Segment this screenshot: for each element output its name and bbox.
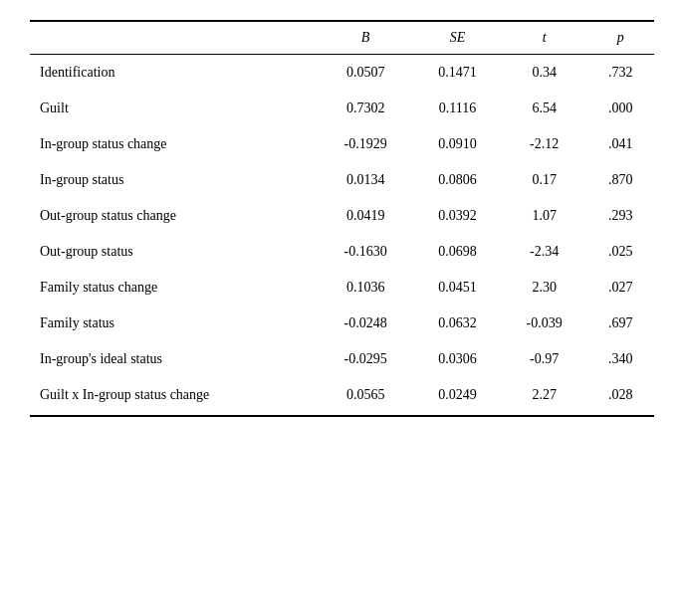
row-se: 0.0306 bbox=[413, 341, 502, 377]
row-p: .028 bbox=[586, 377, 654, 416]
row-label: Guilt x In-group status change bbox=[30, 377, 318, 416]
row-se: 0.0392 bbox=[413, 198, 502, 234]
row-p: .870 bbox=[586, 162, 654, 198]
row-label: In-group status bbox=[30, 162, 318, 198]
table-row: Family status change0.10360.04512.30.027 bbox=[30, 270, 654, 306]
row-se: 0.0249 bbox=[413, 377, 502, 416]
header-SE: SE bbox=[413, 21, 502, 55]
row-t: -0.039 bbox=[502, 306, 586, 341]
table-row: Out-group status-0.16300.0698-2.34.025 bbox=[30, 234, 654, 270]
row-se: 0.0910 bbox=[413, 126, 502, 162]
row-t: -2.34 bbox=[502, 234, 586, 270]
table-row: In-group status0.01340.08060.17.870 bbox=[30, 162, 654, 198]
row-t: 0.34 bbox=[502, 55, 586, 92]
row-label: Identification bbox=[30, 55, 318, 92]
row-p: .041 bbox=[586, 126, 654, 162]
table-row: Identification0.05070.14710.34.732 bbox=[30, 55, 654, 92]
table-row: In-group status change-0.19290.0910-2.12… bbox=[30, 126, 654, 162]
header-B: B bbox=[318, 21, 413, 55]
table-row: Family status-0.02480.0632-0.039.697 bbox=[30, 306, 654, 341]
row-b: 0.0419 bbox=[318, 198, 413, 234]
table-header-row: B SE t p bbox=[30, 21, 654, 55]
row-t: -2.12 bbox=[502, 126, 586, 162]
row-p: .000 bbox=[586, 91, 654, 126]
row-p: .025 bbox=[586, 234, 654, 270]
row-t: 2.27 bbox=[502, 377, 586, 416]
table-row: In-group's ideal status-0.02950.0306-0.9… bbox=[30, 341, 654, 377]
statistics-table: B SE t p Identification0.05070.14710.34.… bbox=[30, 20, 654, 417]
table-row: Guilt x In-group status change0.05650.02… bbox=[30, 377, 654, 416]
row-b: -0.0295 bbox=[318, 341, 413, 377]
row-label: Guilt bbox=[30, 91, 318, 126]
header-t: t bbox=[502, 21, 586, 55]
row-label: In-group status change bbox=[30, 126, 318, 162]
row-b: 0.0565 bbox=[318, 377, 413, 416]
row-p: .697 bbox=[586, 306, 654, 341]
row-t: 0.17 bbox=[502, 162, 586, 198]
row-b: 0.0134 bbox=[318, 162, 413, 198]
row-t: 1.07 bbox=[502, 198, 586, 234]
row-se: 0.1471 bbox=[413, 55, 502, 92]
row-b: -0.0248 bbox=[318, 306, 413, 341]
row-label: In-group's ideal status bbox=[30, 341, 318, 377]
row-label: Family status change bbox=[30, 270, 318, 306]
row-p: .732 bbox=[586, 55, 654, 92]
row-t: 2.30 bbox=[502, 270, 586, 306]
row-se: 0.1116 bbox=[413, 91, 502, 126]
row-se: 0.0451 bbox=[413, 270, 502, 306]
row-t: 6.54 bbox=[502, 91, 586, 126]
header-label-col bbox=[30, 21, 318, 55]
table-row: Out-group status change0.04190.03921.07.… bbox=[30, 198, 654, 234]
statistics-table-container: B SE t p Identification0.05070.14710.34.… bbox=[30, 20, 654, 417]
row-b: 0.1036 bbox=[318, 270, 413, 306]
row-p: .293 bbox=[586, 198, 654, 234]
row-b: 0.7302 bbox=[318, 91, 413, 126]
row-se: 0.0632 bbox=[413, 306, 502, 341]
row-b: 0.0507 bbox=[318, 55, 413, 92]
header-p: p bbox=[586, 21, 654, 55]
table-row: Guilt0.73020.11166.54.000 bbox=[30, 91, 654, 126]
row-label: Out-group status bbox=[30, 234, 318, 270]
row-se: 0.0806 bbox=[413, 162, 502, 198]
row-se: 0.0698 bbox=[413, 234, 502, 270]
row-t: -0.97 bbox=[502, 341, 586, 377]
row-label: Out-group status change bbox=[30, 198, 318, 234]
row-p: .340 bbox=[586, 341, 654, 377]
row-p: .027 bbox=[586, 270, 654, 306]
row-label: Family status bbox=[30, 306, 318, 341]
row-b: -0.1929 bbox=[318, 126, 413, 162]
row-b: -0.1630 bbox=[318, 234, 413, 270]
